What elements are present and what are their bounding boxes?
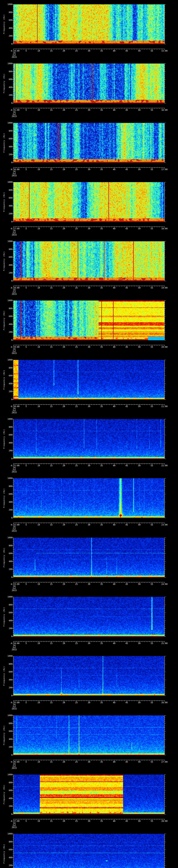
y-axis-title: Frequency (Hz): [3, 607, 5, 626]
x-axis-end-timestamp: 21:00: [157, 405, 172, 408]
y-tick-label: 0: [5, 102, 12, 104]
x-tick-label: 40: [110, 346, 119, 348]
x-tick-label: 30: [85, 583, 93, 585]
x-axis-end-timestamp: 20:00: [157, 346, 172, 348]
y-tick-label: 800: [5, 189, 12, 191]
y-tick-label: 400: [5, 205, 12, 207]
x-tick-label: 35: [97, 583, 106, 585]
x-tick-label: 30: [85, 168, 93, 170]
y-tick-label: 600: [5, 789, 12, 792]
spectrogram-panel-hour-7: Frequency (Hz)020040060080010004:20:0051…: [0, 355, 178, 415]
x-tick-label: 5: [22, 820, 30, 823]
date-line-2: 2015: [8, 826, 20, 829]
x-tick-label: 30: [85, 227, 93, 230]
x-tick-label: 20: [59, 405, 68, 408]
x-tick-label: 20: [59, 109, 68, 111]
x-axis-end-timestamp: 23:00: [157, 524, 172, 526]
y-tick-label: 200: [5, 805, 12, 807]
x-tick-label: 20: [59, 583, 68, 585]
y-tick-label: 800: [5, 545, 12, 547]
x-tick-label: 20: [59, 701, 68, 704]
x-tick-label: 25: [72, 346, 81, 348]
x-tick-label: 15: [47, 346, 56, 348]
y-tick-label: 600: [5, 78, 12, 81]
spectrogram-panel-hour-1: Frequency (Hz)020040060080010004:14:0051…: [0, 0, 178, 59]
x-tick-label: 45: [122, 287, 131, 289]
x-tick-label: 10: [34, 50, 43, 52]
x-tick-label: 45: [122, 761, 131, 763]
y-tick-label: 200: [5, 331, 12, 333]
y-tick-label: 400: [5, 856, 12, 859]
y-tick-label: 0: [5, 813, 12, 815]
x-tick-label: 50: [135, 820, 144, 823]
spectrogram-panel-hour-2: Frequency (Hz)020040060080010004:15:0051…: [0, 59, 178, 118]
spectrogram-panel-hour-11: Frequency (Hz)020040060080010004:24:0051…: [0, 592, 178, 652]
x-tick-label: 20: [59, 464, 68, 467]
x-tick-label: 40: [110, 405, 119, 408]
x-tick-label: 20: [59, 761, 68, 763]
x-tick-label: 35: [97, 287, 106, 289]
x-tick-label: 15: [47, 464, 56, 467]
y-tick-label: 1000: [5, 418, 12, 420]
x-tick-label: 10: [34, 820, 43, 823]
y-tick-label: 200: [5, 627, 12, 630]
y-tick-label: 0: [5, 339, 12, 341]
x-tick-label: 10: [34, 583, 43, 585]
y-tick-label: 0: [5, 398, 12, 401]
y-axis-title: Frequency (Hz): [3, 133, 5, 153]
x-tick-label: 25: [72, 524, 81, 526]
x-tick-label: 25: [72, 168, 81, 170]
y-tick-label: 1000: [5, 773, 12, 776]
y-tick-label: 200: [5, 35, 12, 37]
x-tick-label: 30: [85, 405, 93, 408]
x-tick-label: 45: [122, 820, 131, 823]
y-tick-label: 200: [5, 213, 12, 215]
spectrogram-panel-hour-13: Frequency (Hz)020040060080010004:26:0051…: [0, 711, 178, 770]
x-tick-label: 5: [22, 405, 30, 408]
x-tick-label: 35: [97, 168, 106, 170]
x-tick-label: 30: [85, 820, 93, 823]
spectrogram-panel-hour-3: Frequency (Hz)020040060080010004:16:0051…: [0, 119, 178, 178]
x-tick-label: 30: [85, 109, 93, 111]
y-tick-label: 600: [5, 374, 12, 377]
date-line-2: 2015: [8, 412, 20, 414]
date-line-2: 2015: [8, 530, 20, 532]
x-tick-label: 20: [59, 50, 68, 52]
y-tick-label: 400: [5, 323, 12, 326]
x-tick-label: 45: [122, 50, 131, 52]
date-label: 24Jul2015: [8, 230, 20, 236]
x-tick-label: 20: [59, 820, 68, 823]
date-line-2: 2015: [8, 56, 20, 58]
date-label: 24Jul2015: [8, 289, 20, 295]
x-tick-label: 50: [135, 405, 144, 408]
x-tick-label: 10: [34, 405, 43, 408]
y-tick-label: 800: [5, 130, 12, 132]
y-tick-label: 200: [5, 153, 12, 156]
y-tick-label: 1000: [5, 3, 12, 5]
spectrogram-panel-hour-12: Frequency (Hz)020040060080010004:25:0051…: [0, 652, 178, 711]
x-tick-label: 35: [97, 50, 106, 52]
x-tick-label: 20: [59, 524, 68, 526]
x-tick-label: 5: [22, 227, 30, 230]
x-tick-label: 10: [34, 701, 43, 704]
x-tick-label: 25: [72, 405, 81, 408]
date-line-2: 2015: [8, 293, 20, 295]
x-tick-label: 55: [148, 346, 156, 348]
x-tick-label: 25: [72, 820, 81, 823]
x-tick-label: 5: [22, 583, 30, 585]
x-tick-label: 10: [34, 464, 43, 467]
y-tick-label: 0: [5, 517, 12, 519]
x-tick-label: 10: [34, 109, 43, 111]
x-tick-label: 40: [110, 701, 119, 704]
x-tick-label: 25: [72, 287, 81, 289]
x-tick-label: 35: [97, 227, 106, 230]
date-label: 24Jul2015: [8, 407, 20, 414]
y-tick-label: 800: [5, 781, 12, 784]
x-tick-label: 55: [148, 820, 156, 823]
y-tick-label: 0: [5, 458, 12, 460]
y-tick-label: 400: [5, 679, 12, 681]
x-tick-label: 5: [22, 168, 30, 170]
y-axis-title: Frequency (Hz): [3, 73, 5, 93]
x-tick-label: 50: [135, 464, 144, 467]
x-tick-label: 20: [59, 227, 68, 230]
